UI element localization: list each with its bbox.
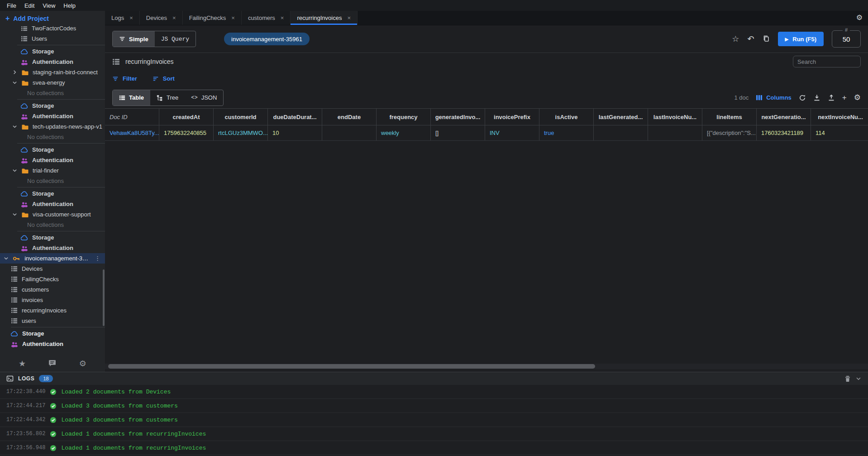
collapse-logs-icon[interactable] <box>855 375 862 382</box>
mode-simple-button[interactable]: Simple <box>113 31 155 47</box>
main-panel: Logs × Devices × FailingChecks × custome… <box>105 11 868 372</box>
sidebar-item-Storage[interactable]: Storage <box>0 144 105 155</box>
horizontal-scrollbar-thumb[interactable] <box>108 364 595 369</box>
sidebar-item-Users[interactable]: Users <box>0 34 105 44</box>
cell-endDate <box>322 125 377 140</box>
project-chip[interactable]: invoicemanagement-35961 <box>224 33 310 45</box>
close-icon[interactable]: × <box>129 14 133 21</box>
tab-label: Logs <box>111 14 124 21</box>
clear-logs-icon[interactable] <box>844 375 851 382</box>
import-icon[interactable] <box>813 94 820 101</box>
view-table-button[interactable]: Table <box>113 90 150 106</box>
menu-view[interactable]: View <box>38 2 59 9</box>
close-icon[interactable]: × <box>172 14 176 21</box>
column-header-nextGeneratio[interactable]: nextGeneratio... <box>757 109 811 125</box>
feedback-icon[interactable] <box>48 359 56 368</box>
search-input[interactable] <box>793 56 861 67</box>
undo-icon[interactable]: ↶ <box>747 35 754 43</box>
add-document-icon[interactable]: + <box>842 94 847 101</box>
project-tech-updates-news-app-v1[interactable]: tech-updates-news-app-v1 <box>0 121 105 132</box>
sidebar-item-Authentication[interactable]: Authentication <box>0 155 105 165</box>
log-timestamp: 17:22:44.342 <box>6 417 45 423</box>
limit-input[interactable] <box>836 35 856 43</box>
run-button[interactable]: ▶ Run (F5) <box>778 32 824 46</box>
project-menu-icon[interactable]: ⋮ <box>95 255 105 262</box>
chevron-down-icon <box>12 80 17 85</box>
cell-DocID[interactable]: VehawKa8U58Ty... <box>105 125 159 140</box>
project-invoicemanagement-35961[interactable]: invoicemanagement-35961 ⋮ <box>0 253 105 264</box>
column-header-customerId[interactable]: customerId <box>214 109 268 125</box>
column-header-nextInvoiceNu[interactable]: nextInvoiceNu... <box>811 109 868 125</box>
tree-divider <box>17 143 105 144</box>
close-icon[interactable]: × <box>231 14 235 21</box>
column-header-lineItems[interactable]: lineItems <box>702 109 757 125</box>
sidebar-item-users[interactable]: users <box>0 316 105 326</box>
favorite-query-icon[interactable]: ☆ <box>732 35 739 43</box>
project-staging-rain-bird-connect[interactable]: staging-rain-bird-connect <box>0 67 105 77</box>
sidebar-item-Storage[interactable]: Storage <box>0 46 105 57</box>
menu-edit[interactable]: Edit <box>20 2 38 9</box>
table-settings-icon[interactable]: ⚙ <box>854 94 861 101</box>
tab-Devices[interactable]: Devices × <box>140 11 183 25</box>
tab-settings-icon[interactable]: ⚙ <box>856 13 863 22</box>
refresh-icon[interactable] <box>799 94 806 101</box>
favorites-icon[interactable]: ★ <box>19 360 26 368</box>
tab-Logs[interactable]: Logs × <box>105 11 140 25</box>
columns-button[interactable]: Columns <box>756 94 792 101</box>
sidebar-item-Storage[interactable]: Storage <box>0 232 105 243</box>
sidebar-item-Authentication[interactable]: Authentication <box>0 339 105 349</box>
cell-generatedInvo: [] <box>431 125 485 140</box>
cell-isActive: true <box>539 125 594 140</box>
cell-nextInvoiceNu: 114 <box>811 125 868 140</box>
column-header-invoicePrefix[interactable]: invoicePrefix <box>485 109 539 125</box>
cell-customerId: rtcLGUz3MMWO... <box>214 125 268 140</box>
filter-button[interactable]: Filter <box>112 75 137 82</box>
sidebar-item-customers[interactable]: customers <box>0 284 105 295</box>
sidebar-item-Devices[interactable]: Devices <box>0 264 105 274</box>
settings-icon[interactable]: ⚙ <box>79 360 86 368</box>
column-header-dueDateDurat[interactable]: dueDateDurat... <box>268 109 322 125</box>
copy-icon[interactable] <box>763 35 770 43</box>
sidebar-item-recurringInvoices[interactable]: recurringInvoices <box>0 305 105 316</box>
project-trial-finder[interactable]: trial-finder <box>0 165 105 176</box>
column-header-isActive[interactable]: isActive <box>539 109 594 125</box>
project-visa-customer-support[interactable]: visa-customer-support <box>0 209 105 220</box>
collection-icon <box>11 265 18 272</box>
add-project-button[interactable]: + Add Project <box>0 11 105 26</box>
sidebar-item-FailingChecks[interactable]: FailingChecks <box>0 274 105 284</box>
project-svea-energy[interactable]: svea-energy <box>0 77 105 88</box>
menu-file[interactable]: File <box>3 2 20 9</box>
tree-divider <box>11 327 105 327</box>
menu-help[interactable]: Help <box>59 2 80 9</box>
sidebar-item-Storage[interactable]: Storage <box>0 188 105 199</box>
column-header-lastGenerated[interactable]: lastGenerated... <box>594 109 648 125</box>
sort-button[interactable]: Sort <box>153 75 175 82</box>
tab-FailingChecks[interactable]: FailingChecks × <box>183 11 242 25</box>
close-icon[interactable]: × <box>347 14 351 21</box>
column-header-endDate[interactable]: endDate <box>322 109 377 125</box>
column-header-generatedInvo[interactable]: generatedInvo... <box>431 109 485 125</box>
column-header-DocID[interactable]: Doc ID <box>105 109 159 125</box>
check-circle-icon <box>50 431 57 437</box>
sidebar-item-Authentication[interactable]: Authentication <box>0 111 105 121</box>
table-row[interactable]: VehawKa8U58Ty...1759632240855rtcLGUz3MMW… <box>105 125 868 141</box>
column-header-createdAt[interactable]: createdAt <box>159 109 214 125</box>
close-icon[interactable]: × <box>281 14 284 21</box>
column-header-lastInvoiceNu[interactable]: lastInvoiceNu... <box>648 109 702 125</box>
sidebar-item-invoices[interactable]: invoices <box>0 295 105 305</box>
tab-recurringInvoices[interactable]: recurringInvoices × <box>291 11 358 25</box>
column-header-frequency[interactable]: frequency <box>377 109 431 125</box>
view-json-button[interactable]: <> JSON <box>185 90 223 106</box>
mode-js-query-button[interactable]: JS Query <box>155 31 196 47</box>
tab-customers[interactable]: customers × <box>242 11 291 25</box>
sidebar-scrollbar[interactable] <box>103 269 105 326</box>
sidebar-item-Storage[interactable]: Storage <box>0 101 105 111</box>
sidebar-item-TwoFactorCodes[interactable]: TwoFactorCodes <box>0 26 105 34</box>
export-icon[interactable] <box>828 94 835 101</box>
view-tree-button[interactable]: Tree <box>150 90 185 106</box>
sidebar-item-Authentication[interactable]: Authentication <box>0 199 105 209</box>
cloud-icon <box>21 48 28 55</box>
sidebar-item-Authentication[interactable]: Authentication <box>0 243 105 253</box>
sidebar-item-Storage[interactable]: Storage <box>0 328 105 339</box>
sidebar-item-Authentication[interactable]: Authentication <box>0 57 105 67</box>
